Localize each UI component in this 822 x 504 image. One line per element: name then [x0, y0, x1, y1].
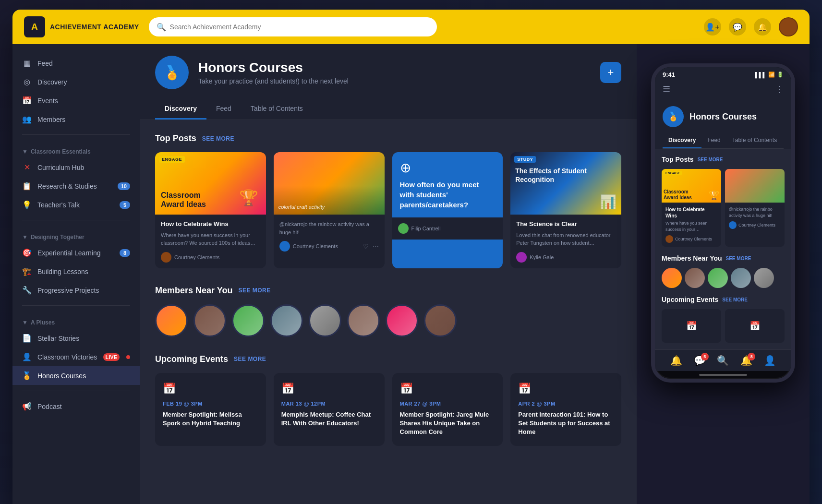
like-icon[interactable]: ♡ — [363, 243, 369, 250]
event-date-3: MAR 27 @ 3PM — [400, 401, 496, 407]
member-avatar-1[interactable] — [155, 304, 188, 337]
events-header: Upcoming Events SEE MORE — [155, 354, 621, 364]
tab-table-of-contents[interactable]: Table of Contents — [241, 99, 313, 120]
sidebar-section-apluses: ▼ A Pluses — [12, 312, 140, 329]
event-card-3[interactable]: 📅 MAR 27 @ 3PM Member Spotlight: Jareg M… — [392, 373, 503, 446]
sidebar-section-classroom: ▼ Classroom Essentials — [12, 141, 140, 158]
post-author-3: Filip Cantrell — [398, 223, 497, 234]
sidebar-item-curriculum[interactable]: ✕ Curriculum Hub — [12, 158, 140, 177]
sidebar-item-discovery[interactable]: ◎ Discovery — [12, 72, 140, 91]
phone-menu-icon[interactable]: ☰ — [663, 84, 670, 95]
sidebar-divider-3 — [22, 305, 130, 306]
phone-nav-home[interactable]: 🔔 — [670, 355, 682, 366]
top-posts-see-more[interactable]: SEE MORE — [202, 135, 234, 142]
event-icon-2: 📅 — [281, 383, 377, 395]
post-question-text: How often do you meet with students' par… — [400, 180, 496, 210]
member-avatar-3[interactable] — [232, 304, 265, 337]
search-input[interactable] — [170, 23, 429, 31]
phone-author-avatar-1 — [665, 235, 673, 243]
event-card-1[interactable]: 📅 FEB 19 @ 3PM Member Spotlight: Melissa… — [155, 373, 266, 446]
bell-icon[interactable]: 🔔 — [754, 18, 771, 36]
sidebar-item-events[interactable]: 📅 Events — [12, 91, 140, 110]
sidebar-item-building-lessons[interactable]: 🏗️ Building Lessons — [12, 262, 140, 281]
group-subtitle: Take your practice (and students!) to th… — [198, 77, 349, 85]
phone-author-avatar-2 — [729, 221, 737, 229]
members-title: Members Near You — [155, 286, 232, 296]
phone-status-bar: 9:41 ▌▌▌ 📶 🔋 — [655, 67, 791, 80]
sidebar-divider-1 — [22, 134, 130, 135]
phone-post-2[interactable]: @nickarrojo the rainbo activity was a hu… — [725, 169, 785, 247]
chat-icon[interactable]: 💬 — [729, 18, 746, 36]
phone-members-row — [662, 268, 785, 288]
phone-member-4[interactable] — [731, 268, 751, 288]
phone-events-header: Upcoming Events SEE MORE — [662, 296, 785, 303]
sidebar-item-feed[interactable]: ▦ Feed — [12, 54, 140, 72]
sidebar-item-progressive[interactable]: 🔧 Progressive Projects — [12, 281, 140, 300]
post-card-2[interactable]: colorful craft activity @nickarrojo the … — [274, 152, 385, 268]
event-icon-1: 📅 — [163, 383, 258, 395]
phone-group-name: Honors Courses — [689, 112, 757, 122]
member-avatar-7[interactable] — [386, 304, 418, 337]
sidebar-item-honors-courses[interactable]: 🏅 Honors Courses — [12, 366, 140, 385]
member-avatar-2[interactable] — [193, 304, 226, 337]
member-avatar-4[interactable] — [270, 304, 303, 337]
phone-nav-profile[interactable]: 👤 — [764, 355, 776, 366]
post-image-1: ENGAGE ClassroomAward Ideas 🏆 — [155, 152, 266, 215]
sidebar-item-classroom-victories[interactable]: 👤 Classroom Victories LIVE — [12, 348, 140, 366]
phone-tab-discovery[interactable]: Discovery — [663, 133, 701, 148]
add-button[interactable]: + — [600, 62, 621, 83]
post-actions-2: ♡ ⋯ — [363, 243, 379, 250]
app-container: A Achievement Academy 🔍 👤+ 💬 🔔 ▦ Feed ◎ … — [12, 10, 810, 504]
battery-icon: 🔋 — [777, 72, 784, 78]
sidebar-item-stellar[interactable]: 📄 Stellar Stories — [12, 329, 140, 348]
add-person-icon[interactable]: 👤+ — [704, 18, 721, 36]
phone-event-2[interactable]: 📅 — [725, 309, 785, 343]
post-card-4[interactable]: STUDY The Effects of Student Recognition… — [510, 152, 621, 268]
phone-nav-notifications[interactable]: 🔔 8 — [740, 355, 752, 366]
comment-icon[interactable]: ⋯ — [373, 243, 379, 250]
author-avatar-2 — [279, 241, 290, 252]
sidebar-item-research[interactable]: 📋 Research & Studies 10 — [12, 177, 140, 195]
phone-see-more-posts[interactable]: SEE MORE — [698, 157, 723, 162]
sidebar-item-teachers-talk[interactable]: 💡 Teacher's Talk 5 — [12, 195, 140, 214]
event-card-4[interactable]: 📅 APR 2 @ 3PM Parent Interaction 101: Ho… — [510, 373, 621, 446]
phone-see-more-members[interactable]: SEE MORE — [726, 256, 751, 261]
search-bar[interactable]: 🔍 — [149, 17, 437, 36]
post-card-3[interactable]: ⊕ How often do you meet with students' p… — [392, 152, 503, 268]
phone-member-5[interactable] — [754, 268, 774, 288]
author-name-2: Courtney Clements — [293, 243, 338, 249]
sidebar-item-podcast[interactable]: 📢 Podcast — [12, 397, 140, 416]
member-avatar-8[interactable] — [424, 304, 457, 337]
phone-content: Top Posts SEE MORE ENGAGE ClassroomAward… — [655, 149, 791, 349]
sidebar-item-experiential[interactable]: 🎯 Experiential Learning 8 — [12, 243, 140, 262]
phone-post-1[interactable]: ENGAGE ClassroomAward Ideas 🏆 How to Cel… — [662, 169, 721, 247]
event-card-2[interactable]: 📅 MAR 13 @ 12PM Memphis Meetup: Coffee C… — [274, 373, 385, 446]
tab-feed[interactable]: Feed — [206, 99, 241, 120]
phone-mockup-wrapper: 9:41 ▌▌▌ 📶 🔋 ☰ ⋮ 🏅 Honors Co — [637, 44, 810, 504]
phone-time: 9:41 — [663, 71, 675, 78]
post-image-4: STUDY The Effects of Student Recognition… — [510, 152, 621, 215]
phone-tab-toc[interactable]: Table of Contents — [726, 133, 783, 148]
phone-nav-chat[interactable]: 💬 5 — [694, 355, 706, 366]
phone-nav-search[interactable]: 🔍 — [717, 355, 729, 366]
phone-more-icon[interactable]: ⋮ — [775, 84, 784, 95]
member-avatar-5[interactable] — [309, 304, 341, 337]
logo-area: A Achievement Academy — [24, 16, 139, 37]
events-see-more[interactable]: SEE MORE — [234, 356, 266, 362]
user-avatar[interactable] — [779, 17, 798, 36]
sidebar-item-members[interactable]: 👥 Members — [12, 110, 140, 129]
phone-event-1[interactable]: 📅 — [662, 309, 721, 343]
phone-see-more-events[interactable]: SEE MORE — [722, 297, 748, 302]
progressive-icon: 🔧 — [22, 286, 32, 295]
member-avatar-6[interactable] — [347, 304, 380, 337]
phone-event-cards: 📅 📅 — [662, 309, 785, 343]
post-card-1[interactable]: ENGAGE ClassroomAward Ideas 🏆 How to Cel… — [155, 152, 266, 268]
members-see-more[interactable]: SEE MORE — [238, 287, 270, 294]
phone-author-name-1: Courtney Clements — [675, 237, 712, 241]
phone-tab-feed[interactable]: Feed — [701, 133, 726, 148]
phone-member-2[interactable] — [685, 268, 705, 288]
members-header: Members Near You SEE MORE — [155, 286, 621, 296]
phone-member-1[interactable] — [662, 268, 682, 288]
tab-discovery[interactable]: Discovery — [155, 99, 206, 120]
phone-member-3[interactable] — [708, 268, 728, 288]
